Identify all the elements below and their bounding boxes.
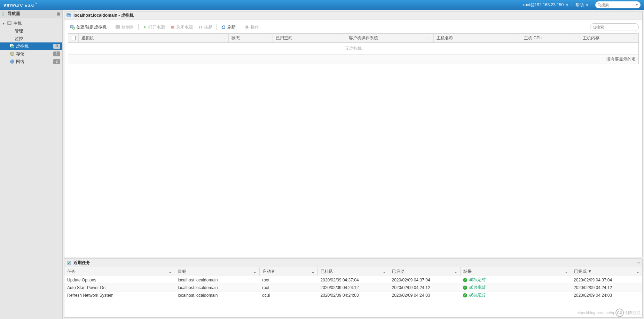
play-icon — [143, 25, 147, 29]
vm-icon — [66, 13, 71, 18]
cell-completed: 2020/02/09 04:24:12 — [571, 284, 642, 291]
col-hostname[interactable]: 主机名称⌄ — [434, 34, 521, 42]
stop-icon — [171, 25, 175, 29]
global-search[interactable]: ▼ — [595, 1, 641, 8]
vm-icon — [10, 44, 15, 49]
nav-network[interactable]: 网络 2 — [0, 58, 62, 65]
vm-grid: 虚拟机⌄ 状态⌄ 已用空间⌄ 客户机操作系统⌄ 主机名称⌄ 主机 CPU⌄ 主机… — [68, 33, 639, 64]
poweron-button[interactable]: 打开电源 — [141, 24, 167, 31]
expand-toggle[interactable]: ▾ — [3, 22, 6, 25]
navigator-icon — [2, 12, 6, 16]
panel-title: localhost.localdomain - 虚拟机 — [73, 13, 134, 18]
collapse-icon[interactable]: ▣ — [57, 11, 60, 16]
success-icon: ✓ — [463, 278, 467, 282]
svg-rect-14 — [116, 26, 120, 29]
create-vm-button[interactable]: 创建/注册虚拟机 — [68, 24, 109, 31]
vm-search[interactable] — [590, 23, 639, 31]
svg-rect-7 — [11, 45, 14, 48]
console-button[interactable]: 控制台 — [113, 24, 136, 31]
maximize-icon[interactable]: ▭ — [636, 261, 640, 265]
network-count-badge: 2 — [53, 59, 60, 64]
gear-icon — [244, 25, 249, 30]
separator: | — [591, 2, 592, 7]
nav-manage[interactable]: 管理 — [0, 27, 62, 35]
cell-target: localhost.localdomain — [175, 276, 260, 284]
nav-host[interactable]: ▾ 主机 — [0, 19, 62, 27]
vm-search-input[interactable] — [596, 25, 636, 29]
vm-panel: localhost.localdomain - 虚拟机 创建/注册虚拟机 控制台 — [64, 11, 643, 257]
svg-line-20 — [595, 28, 596, 29]
col-mem[interactable]: 主机内存⌄ — [580, 34, 638, 42]
svg-point-18 — [246, 26, 248, 28]
svg-rect-11 — [68, 14, 71, 17]
cell-started: 2020/02/09 04:24:12 — [389, 284, 460, 291]
select-all-checkbox[interactable] — [71, 36, 76, 40]
grid-footer: 没有要显示的项 — [68, 55, 638, 64]
col-completed[interactable]: 已完成 ▼⌄ — [571, 267, 642, 276]
poweroff-button[interactable]: 关闭电源 — [168, 24, 195, 31]
top-bar: vmware ESXi™ root@192.168.23.150 ▼ | 帮助 … — [0, 0, 644, 10]
cell-target: localhost.localdomain — [175, 284, 260, 291]
svg-rect-17 — [201, 26, 202, 29]
col-space[interactable]: 已用空间⌄ — [273, 34, 346, 42]
col-target[interactable]: 目标⌄ — [175, 267, 260, 276]
cell-queued: 2020/02/09 04:24:03 — [318, 292, 389, 299]
col-initiator[interactable]: 启动者⌄ — [260, 267, 318, 276]
col-started[interactable]: 已启动⌄ — [389, 267, 461, 276]
tasks-title: 近期任务 — [73, 260, 90, 266]
tasks-icon — [66, 261, 71, 265]
search-icon — [592, 25, 596, 29]
navigator-title: 导航器 ▣ — [0, 10, 62, 18]
cell-queued: 2020/02/09 04:37:04 — [318, 276, 389, 284]
cell-started: 2020/02/09 04:24:03 — [389, 292, 460, 299]
task-row[interactable]: Update Optionslocalhost.localdomainroot2… — [64, 276, 642, 284]
vm-panel-header: localhost.localdomain - 虚拟机 — [64, 11, 642, 19]
col-queued[interactable]: 已排队⌄ — [318, 267, 389, 276]
cell-task: Auto Start Power On — [64, 284, 175, 291]
user-menu[interactable]: root@192.168.23.150 ▼ — [523, 2, 569, 7]
global-search-input[interactable] — [601, 3, 635, 7]
nav-storage[interactable]: 存储 1 — [0, 50, 62, 58]
task-row[interactable]: Refresh Network Systemlocalhost.localdom… — [64, 292, 642, 299]
cell-result: ✓成功完成 — [460, 276, 571, 284]
col-cpu[interactable]: 主机 CPU⌄ — [521, 34, 580, 42]
success-icon: ✓ — [463, 286, 467, 290]
success-icon: ✓ — [463, 293, 467, 297]
cell-completed: 2020/02/09 04:24:03 — [571, 292, 642, 299]
cell-result: ✓成功完成 — [460, 284, 571, 291]
console-icon — [115, 25, 120, 30]
cell-initiator: root — [259, 276, 317, 284]
svg-rect-5 — [9, 25, 10, 25]
cell-started: 2020/02/09 04:37:04 — [389, 276, 460, 284]
help-menu[interactable]: 帮助 ▼ — [575, 2, 589, 8]
pause-icon — [198, 25, 203, 29]
col-result[interactable]: 结果⌄ — [461, 267, 571, 276]
cell-result: ✓成功完成 — [460, 292, 571, 299]
navigator-sidebar: 导航器 ▣ ▾ 主机 管理 监控 虚拟机 0 存储 1 网络 — [0, 10, 63, 319]
cell-queued: 2020/02/09 04:24:12 — [318, 284, 389, 291]
task-row[interactable]: Auto Start Power Onlocalhost.localdomain… — [64, 284, 642, 292]
col-guest[interactable]: 客户机操作系统⌄ — [346, 34, 434, 42]
host-icon — [7, 21, 12, 26]
vmware-logo: vmware ESXi™ — [3, 2, 38, 8]
tasks-panel-header: 近期任务 ▭ — [64, 259, 642, 267]
cell-task: Refresh Network System — [64, 292, 175, 299]
col-task[interactable]: 任务⌄ — [64, 267, 175, 276]
nav-vms[interactable]: 虚拟机 0 — [0, 42, 62, 50]
vm-count-badge: 0 — [53, 44, 60, 49]
create-icon — [70, 25, 75, 30]
svg-rect-16 — [199, 26, 200, 29]
suspend-button[interactable]: 挂起 — [196, 24, 214, 31]
refresh-button[interactable]: 刷新 — [219, 24, 238, 31]
cell-target: localhost.localdomain — [175, 292, 260, 299]
svg-rect-15 — [171, 26, 174, 29]
storage-icon — [10, 51, 15, 56]
tasks-panel: 近期任务 ▭ 任务⌄ 目标⌄ 启动者⌄ 已排队⌄ 已启动⌄ 结果⌄ 已完成 ▼⌄… — [64, 258, 643, 318]
actions-button[interactable]: 操作 — [242, 24, 261, 31]
svg-point-19 — [593, 26, 595, 28]
col-vm[interactable]: 虚拟机⌄ — [79, 34, 229, 42]
svg-point-0 — [598, 3, 600, 6]
nav-monitor[interactable]: 监控 — [0, 35, 62, 42]
vm-toolbar: 创建/注册虚拟机 控制台 打开电源 关闭电源 — [68, 23, 639, 33]
col-status[interactable]: 状态⌄ — [229, 34, 273, 42]
